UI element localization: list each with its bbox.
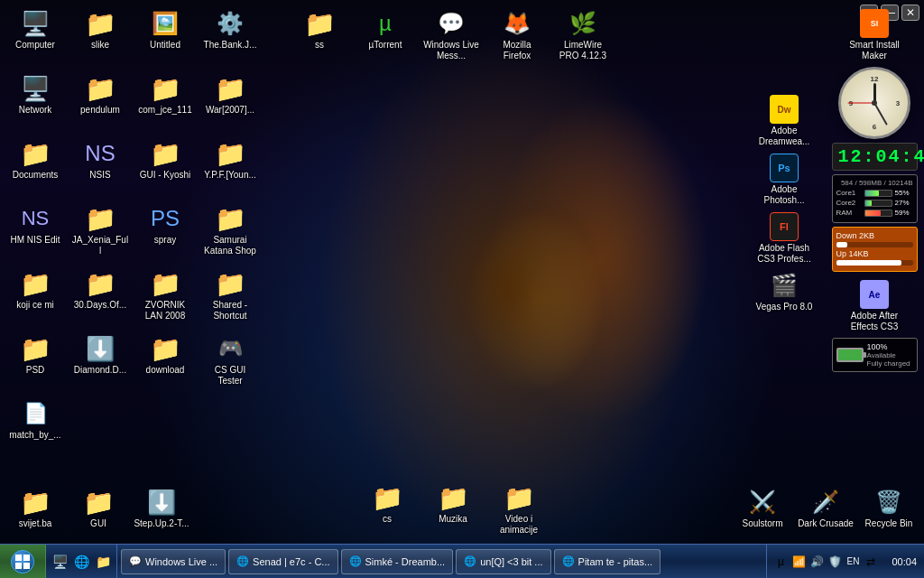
desktop-icon-matchby[interactable]: 📄 match_by_... <box>5 395 66 458</box>
desktop-icon-shared[interactable]: 📁 Shared - Shortcut <box>199 265 261 328</box>
desktop-icon-comjce[interactable]: 📁 com_jce_111 <box>134 70 196 133</box>
tray-arrows[interactable]: ⇄ <box>863 554 879 570</box>
tray-network[interactable]: 📶 <box>790 554 807 570</box>
analog-clock-widget[interactable]: 12 3 6 9 <box>838 67 910 139</box>
core1-bar-bg <box>864 190 892 197</box>
diamond-label: Diamond.D... <box>74 365 126 376</box>
desktop-icon-ps[interactable]: Ps Adobe Photosh... <box>744 149 825 208</box>
desktop-icon-stepup[interactable]: ⬇️ Step.Up.2-T... <box>131 483 192 537</box>
desktop-icon-firefox[interactable]: 🦊 Mozilla Firefox <box>486 5 548 63</box>
tray-lang[interactable]: EN <box>845 554 861 570</box>
taskbar-clock[interactable]: 00:04 <box>884 556 924 567</box>
desktop-icon-download[interactable]: 📁 download <box>134 330 196 393</box>
ram-pct: 59% <box>895 209 913 217</box>
desktop-icon-fl[interactable]: Fl Adobe Flash CS3 Profes... <box>744 208 825 266</box>
jaxenia-label: JA_Xenia_Full <box>71 235 129 256</box>
desktop-icon-ypf[interactable]: 📁 Y.P.F.[Youn... <box>199 135 261 198</box>
ps-label: Adobe Photosh... <box>754 184 814 206</box>
desktop-icon-nsis[interactable]: NS NSIS <box>69 135 131 198</box>
desktop-icon-row-top-center: 📁 ss µ µTorrent 💬 Windows Live Mess... 🦊… <box>289 5 614 63</box>
desktop-icon-ss[interactable]: 📁 ss <box>289 5 350 63</box>
ae-label: Adobe After Effects CS3 <box>845 311 904 332</box>
task-pitam[interactable]: 🌐 Pitam te - pitas... <box>554 549 661 574</box>
desktop-icon-gui[interactable]: 📁 GUI <box>68 483 129 537</box>
desktop-icon-jaxenia[interactable]: 📁 JA_Xenia_Full <box>69 200 131 263</box>
digital-clock-widget: 12:04:49 <box>832 143 918 171</box>
desktop-icon-csgui[interactable]: 🎮 CS GUI Tester <box>199 330 261 393</box>
desktop-icon-smart-install[interactable]: SI Smart Install Maker <box>834 5 915 63</box>
desktop-icon-dw[interactable]: Dw Adobe Dreamwea... <box>744 90 825 149</box>
desktop-icon-winlive[interactable]: 💬 Windows Live Mess... <box>420 5 482 63</box>
download-icon: 📁 <box>151 334 180 363</box>
matchby-label: match_by_... <box>9 430 60 441</box>
net-up-bar-bg <box>836 260 913 266</box>
desktop-icon-network[interactable]: 🖥️ Network <box>5 70 66 133</box>
desktop-icon-psd[interactable]: 📁 PSD <box>5 330 66 393</box>
cs-icon: 📁 <box>373 483 402 512</box>
gui-label: GUI <box>90 518 106 529</box>
core2-row: Core2 27% <box>836 199 913 207</box>
tray-security[interactable]: 🛡️ <box>827 554 843 570</box>
desktop-icon-kojicemi[interactable]: 📁 koji ce mi <box>5 265 66 328</box>
desktop-icon-zvornik[interactable]: 📁 ZVORNIK LAN 2008 <box>134 265 196 328</box>
gui-icon: 📁 <box>84 488 113 517</box>
jaxenia-icon: 📁 <box>86 204 115 233</box>
desktop-icon-war2007[interactable]: 📁 War[2007]... <box>199 70 261 133</box>
desktop-icon-gui-kyoshi[interactable]: 📁 GUI - Kyoshi <box>134 135 196 198</box>
ram-bar-fill <box>865 210 881 216</box>
csgui-label: CS GUI Tester <box>201 365 259 387</box>
desktop-icon-row-bottom: 📁 svijet.ba 📁 GUI ⬇️ Step.Up.2-T... <box>5 483 192 537</box>
desktop-icon-vegas[interactable]: 🎬 Vegas Pro 8.0 <box>744 266 825 321</box>
task-senad[interactable]: 🌐 Senad | e7c - C... <box>228 549 337 574</box>
winexplorer-icon[interactable]: 📁 <box>93 552 113 572</box>
desktop-icon-utorrent[interactable]: µ µTorrent <box>355 5 416 63</box>
desktop-icon-darkcrusade[interactable]: 🗡️ Dark Crusade <box>795 483 856 537</box>
core1-bar-fill <box>865 191 880 196</box>
desktop-icon-hmnis[interactable]: NS HM NIS Edit <box>5 200 66 263</box>
desktop-icon-cs[interactable]: 📁 cs <box>356 479 418 537</box>
desktop-icon-ae[interactable]: Ae Adobe After Effects CS3 <box>834 275 915 334</box>
desktop-icon-recycle[interactable]: 🗑️ Recycle Bin <box>858 483 919 537</box>
task-un[interactable]: 🌐 un[Q] <3 bit ... <box>456 549 550 574</box>
spray-label: spray <box>154 235 176 246</box>
quick-launch-bar: 🖥️ 🌐 📁 <box>46 545 117 578</box>
tray-utorrent[interactable]: µ <box>772 554 789 570</box>
ie-icon[interactable]: 🌐 <box>71 552 91 572</box>
desktop-icon-thebank[interactable]: ⚙️ The.Bank.J... <box>199 5 261 68</box>
desktop-icon-diamond[interactable]: ⬇️ Diamond.D... <box>69 330 131 393</box>
hmnis-label: HM NIS Edit <box>10 235 60 246</box>
system-tray: µ 📶 🔊 🛡️ EN ⇄ <box>766 545 884 578</box>
desktop-icon-spray[interactable]: PS spray <box>134 200 196 263</box>
net-up-bar-fill <box>836 260 901 266</box>
task-winlive[interactable]: 💬 Windows Live ... <box>121 549 226 574</box>
desktop-icon-30days[interactable]: 📁 30.Days.Of... <box>69 265 131 328</box>
tray-volume[interactable]: 🔊 <box>808 554 825 570</box>
start-button[interactable] <box>0 545 46 579</box>
taskbar: 🖥️ 🌐 📁 💬 Windows Live ... 🌐 Senad | e7c … <box>0 544 924 578</box>
sys-title: 584 / 598MB / 10214B <box>836 179 913 187</box>
desktop-icon-documents[interactable]: 📁 Documents <box>5 135 66 198</box>
desktop-icon-video[interactable]: 📁 Video i animacije <box>488 479 550 537</box>
desktop-icon-grid-main: 🖥️ Computer 📁 slike 🖼️ Untitled ⚙️ The.B… <box>5 5 263 458</box>
ypf-icon: 📁 <box>216 139 245 168</box>
task-simke[interactable]: 🌐 Simké - Dreamb... <box>341 549 454 574</box>
battery-tip <box>864 352 866 358</box>
desktop-icon-pendulum[interactable]: 📁 pendulum <box>69 70 131 133</box>
clock-face: 12 3 6 9 <box>841 70 908 136</box>
desktop-icon-muzika[interactable]: 📁 Muzika <box>422 479 484 537</box>
diamond-icon: ⬇️ <box>86 334 115 363</box>
show-desktop-icon[interactable]: 🖥️ <box>50 552 69 572</box>
desktop-icon-limewire[interactable]: 🌿 LimeWire PRO 4.12.3 <box>552 5 614 63</box>
network-stats-widget: Down 2KB Up 14KB <box>832 227 918 272</box>
computer-label: Computer <box>15 40 55 51</box>
desktop-icon-svijet[interactable]: 📁 svijet.ba <box>5 483 66 537</box>
desktop-icon-soulstorm[interactable]: ⚔️ Soulstorm <box>732 483 793 537</box>
core1-row: Core1 55% <box>836 189 913 197</box>
desktop-icon-computer[interactable]: 🖥️ Computer <box>5 5 66 68</box>
shared-label: Shared - Shortcut <box>201 300 259 322</box>
desktop-icon-samurai[interactable]: 📁 Samurai Katana Shop <box>199 200 261 263</box>
desktop-icon-untitled[interactable]: 🖼️ Untitled <box>134 5 196 68</box>
desktop-icon-slike[interactable]: 📁 slike <box>69 5 131 68</box>
second-hand <box>847 103 874 104</box>
bottom-right-icons: ⚔️ Soulstorm 🗡️ Dark Crusade 🗑️ Recycle … <box>732 483 919 537</box>
